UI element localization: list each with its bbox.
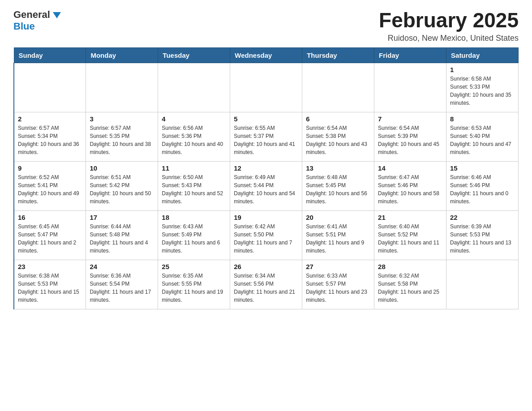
- day-info: Sunrise: 6:48 AMSunset: 5:45 PMDaylight:…: [306, 173, 370, 206]
- day-number: 19: [234, 214, 298, 221]
- day-number: 15: [450, 164, 515, 172]
- day-info: Sunrise: 6:35 AMSunset: 5:55 PMDaylight:…: [162, 272, 226, 304]
- day-info: Sunrise: 6:54 AMSunset: 5:38 PMDaylight:…: [306, 124, 370, 156]
- calendar-cell: 3Sunrise: 6:57 AMSunset: 5:35 PMDaylight…: [86, 112, 158, 161]
- page-header: General Blue February 2025 Ruidoso, New …: [13, 9, 519, 43]
- calendar-cell: 26Sunrise: 6:34 AMSunset: 5:56 PMDayligh…: [230, 260, 302, 309]
- day-number: 23: [18, 263, 82, 270]
- day-number: 28: [378, 263, 442, 270]
- day-info: Sunrise: 6:55 AMSunset: 5:37 PMDaylight:…: [234, 124, 298, 156]
- col-monday: Monday: [86, 47, 158, 63]
- calendar-cell: 8Sunrise: 6:53 AMSunset: 5:40 PMDaylight…: [446, 112, 519, 161]
- calendar-cell: 17Sunrise: 6:44 AMSunset: 5:48 PMDayligh…: [86, 210, 158, 260]
- calendar-cell: 1Sunrise: 6:58 AMSunset: 5:33 PMDaylight…: [446, 63, 519, 112]
- calendar-cell: 12Sunrise: 6:49 AMSunset: 5:44 PMDayligh…: [230, 161, 302, 210]
- logo: General Blue: [13, 9, 61, 32]
- calendar-cell: 2Sunrise: 6:57 AMSunset: 5:34 PMDaylight…: [14, 112, 86, 161]
- calendar-cell: 14Sunrise: 6:47 AMSunset: 5:46 PMDayligh…: [374, 161, 446, 210]
- calendar-cell: 20Sunrise: 6:41 AMSunset: 5:51 PMDayligh…: [302, 210, 374, 260]
- day-number: 26: [234, 263, 298, 270]
- day-number: 8: [450, 115, 515, 123]
- day-number: 27: [306, 263, 370, 270]
- day-info: Sunrise: 6:46 AMSunset: 5:46 PMDaylight:…: [450, 173, 515, 206]
- day-number: 2: [18, 115, 82, 123]
- day-info: Sunrise: 6:44 AMSunset: 5:48 PMDaylight:…: [90, 223, 154, 255]
- day-number: 24: [90, 263, 154, 270]
- day-number: 17: [90, 214, 154, 221]
- week-row-1: 1Sunrise: 6:58 AMSunset: 5:33 PMDaylight…: [14, 63, 519, 112]
- calendar-cell: 11Sunrise: 6:50 AMSunset: 5:43 PMDayligh…: [158, 161, 230, 210]
- calendar-cell: 10Sunrise: 6:51 AMSunset: 5:42 PMDayligh…: [86, 161, 158, 210]
- day-number: 22: [450, 214, 515, 221]
- calendar-header-row: Sunday Monday Tuesday Wednesday Thursday…: [14, 47, 519, 63]
- calendar-cell: [14, 63, 86, 112]
- day-info: Sunrise: 6:38 AMSunset: 5:53 PMDaylight:…: [18, 272, 82, 304]
- day-number: 10: [90, 164, 154, 172]
- day-info: Sunrise: 6:40 AMSunset: 5:52 PMDaylight:…: [378, 223, 442, 255]
- title-block: February 2025 Ruidoso, New Mexico, Unite…: [379, 9, 519, 43]
- week-row-3: 9Sunrise: 6:52 AMSunset: 5:41 PMDaylight…: [14, 161, 519, 210]
- calendar-cell: [302, 63, 374, 112]
- calendar-cell: 25Sunrise: 6:35 AMSunset: 5:55 PMDayligh…: [158, 260, 230, 309]
- col-tuesday: Tuesday: [158, 47, 230, 63]
- day-info: Sunrise: 6:41 AMSunset: 5:51 PMDaylight:…: [306, 223, 370, 255]
- calendar-cell: 28Sunrise: 6:32 AMSunset: 5:58 PMDayligh…: [374, 260, 446, 309]
- logo-blue: Blue: [13, 21, 35, 32]
- day-info: Sunrise: 6:58 AMSunset: 5:33 PMDaylight:…: [450, 75, 515, 107]
- day-number: 18: [162, 214, 226, 221]
- day-info: Sunrise: 6:49 AMSunset: 5:44 PMDaylight:…: [234, 173, 298, 206]
- day-number: 12: [234, 164, 298, 172]
- day-number: 5: [234, 115, 298, 123]
- day-number: 6: [306, 115, 370, 123]
- calendar-cell: 9Sunrise: 6:52 AMSunset: 5:41 PMDaylight…: [14, 161, 86, 210]
- col-thursday: Thursday: [302, 47, 374, 63]
- day-info: Sunrise: 6:57 AMSunset: 5:34 PMDaylight:…: [18, 124, 82, 156]
- day-info: Sunrise: 6:47 AMSunset: 5:46 PMDaylight:…: [378, 173, 442, 206]
- logo-triangle-icon: [53, 12, 61, 18]
- calendar-cell: [86, 63, 158, 112]
- day-info: Sunrise: 6:56 AMSunset: 5:36 PMDaylight:…: [162, 124, 226, 156]
- day-info: Sunrise: 6:51 AMSunset: 5:42 PMDaylight:…: [90, 173, 154, 206]
- day-info: Sunrise: 6:42 AMSunset: 5:50 PMDaylight:…: [234, 223, 298, 255]
- day-info: Sunrise: 6:53 AMSunset: 5:40 PMDaylight:…: [450, 124, 515, 156]
- day-number: 16: [18, 214, 82, 221]
- day-info: Sunrise: 6:43 AMSunset: 5:49 PMDaylight:…: [162, 223, 226, 255]
- calendar-cell: 16Sunrise: 6:45 AMSunset: 5:47 PMDayligh…: [14, 210, 86, 260]
- calendar-table: Sunday Monday Tuesday Wednesday Thursday…: [13, 47, 519, 309]
- calendar-cell: 7Sunrise: 6:54 AMSunset: 5:39 PMDaylight…: [374, 112, 446, 161]
- calendar-cell: 18Sunrise: 6:43 AMSunset: 5:49 PMDayligh…: [158, 210, 230, 260]
- logo-general: General: [13, 9, 50, 20]
- calendar-cell: [158, 63, 230, 112]
- calendar-cell: 6Sunrise: 6:54 AMSunset: 5:38 PMDaylight…: [302, 112, 374, 161]
- location-subtitle: Ruidoso, New Mexico, United States: [379, 34, 519, 43]
- calendar-cell: 24Sunrise: 6:36 AMSunset: 5:54 PMDayligh…: [86, 260, 158, 309]
- calendar-cell: 13Sunrise: 6:48 AMSunset: 5:45 PMDayligh…: [302, 161, 374, 210]
- day-number: 21: [378, 214, 442, 221]
- calendar-cell: 19Sunrise: 6:42 AMSunset: 5:50 PMDayligh…: [230, 210, 302, 260]
- day-number: 1: [450, 66, 515, 73]
- day-number: 11: [162, 164, 226, 172]
- day-number: 9: [18, 164, 82, 172]
- week-row-2: 2Sunrise: 6:57 AMSunset: 5:34 PMDaylight…: [14, 112, 519, 161]
- calendar-cell: 15Sunrise: 6:46 AMSunset: 5:46 PMDayligh…: [446, 161, 519, 210]
- col-sunday: Sunday: [14, 47, 86, 63]
- day-info: Sunrise: 6:36 AMSunset: 5:54 PMDaylight:…: [90, 272, 154, 304]
- week-row-4: 16Sunrise: 6:45 AMSunset: 5:47 PMDayligh…: [14, 210, 519, 260]
- day-info: Sunrise: 6:54 AMSunset: 5:39 PMDaylight:…: [378, 124, 442, 156]
- day-info: Sunrise: 6:39 AMSunset: 5:53 PMDaylight:…: [450, 223, 515, 255]
- week-row-5: 23Sunrise: 6:38 AMSunset: 5:53 PMDayligh…: [14, 260, 519, 309]
- calendar-cell: 21Sunrise: 6:40 AMSunset: 5:52 PMDayligh…: [374, 210, 446, 260]
- day-info: Sunrise: 6:52 AMSunset: 5:41 PMDaylight:…: [18, 173, 82, 206]
- day-info: Sunrise: 6:45 AMSunset: 5:47 PMDaylight:…: [18, 223, 82, 255]
- day-number: 3: [90, 115, 154, 123]
- col-wednesday: Wednesday: [230, 47, 302, 63]
- calendar-cell: [446, 260, 519, 309]
- calendar-cell: 23Sunrise: 6:38 AMSunset: 5:53 PMDayligh…: [14, 260, 86, 309]
- day-number: 7: [378, 115, 442, 123]
- day-number: 4: [162, 115, 226, 123]
- day-info: Sunrise: 6:34 AMSunset: 5:56 PMDaylight:…: [234, 272, 298, 304]
- day-number: 13: [306, 164, 370, 172]
- day-info: Sunrise: 6:33 AMSunset: 5:57 PMDaylight:…: [306, 272, 370, 304]
- day-info: Sunrise: 6:32 AMSunset: 5:58 PMDaylight:…: [378, 272, 442, 304]
- day-number: 14: [378, 164, 442, 172]
